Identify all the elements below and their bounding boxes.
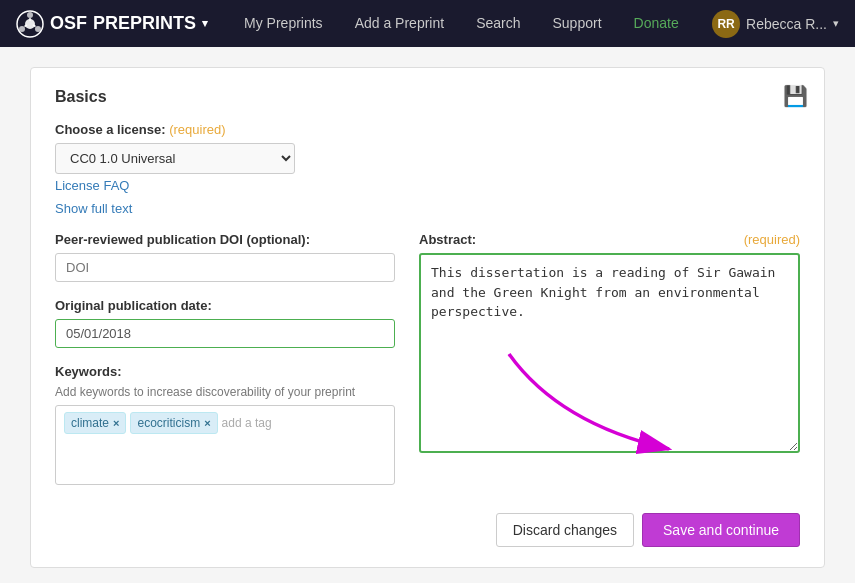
logo-dropdown-arrow[interactable]: ▾ bbox=[202, 17, 208, 30]
date-label: Original publication date: bbox=[55, 298, 395, 313]
abstract-header: Abstract: (required) bbox=[419, 232, 800, 247]
tags-input[interactable]: climate × ecocriticism × add a tag bbox=[55, 405, 395, 485]
svg-point-2 bbox=[27, 12, 33, 18]
tag-placeholder: add a tag bbox=[222, 412, 272, 434]
nav-search[interactable]: Search bbox=[464, 0, 532, 47]
nav-my-preprints[interactable]: My Preprints bbox=[232, 0, 335, 47]
license-faq-link[interactable]: License FAQ bbox=[55, 178, 800, 193]
license-group: Choose a license: (required) CC0 1.0 Uni… bbox=[55, 122, 800, 216]
svg-point-3 bbox=[35, 26, 41, 32]
logo-osf: OSF bbox=[50, 13, 87, 34]
avatar: RR bbox=[712, 10, 740, 38]
main-content: Basics 💾 Choose a license: (required) CC… bbox=[0, 47, 855, 583]
license-label: Choose a license: (required) bbox=[55, 122, 800, 137]
license-required: (required) bbox=[169, 122, 225, 137]
tag-ecocriticism-label: ecocriticism bbox=[137, 416, 200, 430]
nav-donate[interactable]: Donate bbox=[622, 0, 691, 47]
user-menu[interactable]: RR Rebecca R... ▾ bbox=[712, 10, 839, 38]
tag-ecocriticism: ecocriticism × bbox=[130, 412, 217, 434]
show-full-text-link[interactable]: Show full text bbox=[55, 201, 800, 216]
keywords-label: Keywords: bbox=[55, 364, 395, 379]
left-column: Peer-reviewed publication DOI (optional)… bbox=[55, 232, 395, 501]
tag-climate: climate × bbox=[64, 412, 126, 434]
user-dropdown-arrow[interactable]: ▾ bbox=[833, 17, 839, 30]
abstract-textarea[interactable]: This dissertation is a reading of Sir Ga… bbox=[419, 253, 800, 453]
logo-preprints: PREPRINTS bbox=[93, 13, 196, 34]
footer-actions: Discard changes Save and continue bbox=[55, 513, 800, 547]
license-select[interactable]: CC0 1.0 Universal CC-BY 4.0 CC-BY-SA 4.0… bbox=[55, 143, 295, 174]
doi-label: Peer-reviewed publication DOI (optional)… bbox=[55, 232, 395, 247]
keywords-hint: Add keywords to increase discoverability… bbox=[55, 385, 395, 399]
right-column: Abstract: (required) This dissertation i… bbox=[419, 232, 800, 456]
date-input[interactable] bbox=[55, 319, 395, 348]
doi-group: Peer-reviewed publication DOI (optional)… bbox=[55, 232, 395, 282]
discard-button[interactable]: Discard changes bbox=[496, 513, 634, 547]
svg-point-4 bbox=[19, 26, 25, 32]
osf-logo-icon bbox=[16, 10, 44, 38]
keywords-group: Keywords: Add keywords to increase disco… bbox=[55, 364, 395, 485]
nav-add-preprint[interactable]: Add a Preprint bbox=[343, 0, 457, 47]
save-icon[interactable]: 💾 bbox=[783, 84, 808, 108]
abstract-required: (required) bbox=[744, 232, 800, 247]
basics-card: Basics 💾 Choose a license: (required) CC… bbox=[30, 67, 825, 568]
nav-support[interactable]: Support bbox=[540, 0, 613, 47]
tag-climate-remove[interactable]: × bbox=[113, 417, 119, 429]
abstract-label-text: Abstract: bbox=[419, 232, 476, 247]
date-group: Original publication date: bbox=[55, 298, 395, 348]
card-title: Basics bbox=[55, 88, 800, 106]
two-col-layout: Peer-reviewed publication DOI (optional)… bbox=[55, 232, 800, 501]
tag-ecocriticism-remove[interactable]: × bbox=[204, 417, 210, 429]
navbar: OSFPREPRINTS ▾ My Preprints Add a Prepri… bbox=[0, 0, 855, 47]
logo[interactable]: OSFPREPRINTS ▾ bbox=[16, 10, 208, 38]
tag-climate-label: climate bbox=[71, 416, 109, 430]
doi-input[interactable] bbox=[55, 253, 395, 282]
user-name: Rebecca R... bbox=[746, 16, 827, 32]
save-continue-button[interactable]: Save and continue bbox=[642, 513, 800, 547]
